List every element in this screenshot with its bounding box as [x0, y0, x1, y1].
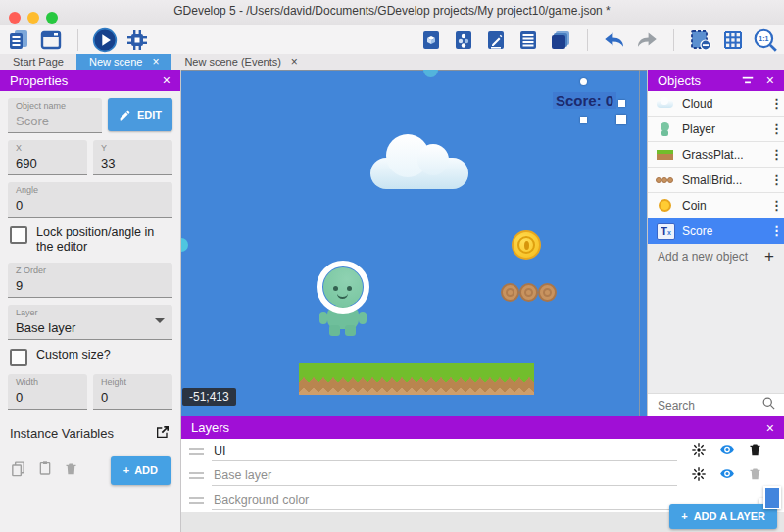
object-menu-icon[interactable]: ⋮ — [770, 125, 778, 133]
properties-panel: Properties × Object name Score EDIT X 69… — [0, 70, 181, 532]
object-groups-icon[interactable] — [451, 27, 476, 53]
lock-position-checkbox[interactable] — [10, 226, 27, 244]
redo-icon[interactable] — [634, 27, 660, 53]
scene-properties-icon[interactable] — [418, 27, 444, 53]
add-layer-button[interactable]: + ADD A LAYER — [669, 504, 777, 529]
plus-icon: + — [681, 510, 687, 522]
add-new-object-row[interactable]: Add a new object + — [648, 244, 784, 269]
object-name: Coin — [682, 199, 763, 213]
drag-handle-icon[interactable] — [189, 497, 204, 504]
object-row-score[interactable]: Tx Score ⋮ — [648, 218, 784, 244]
z-order-label: Z Order — [16, 266, 165, 276]
selection-handle[interactable] — [616, 115, 626, 124]
tab-new-scene-events[interactable]: New scene (Events) × — [172, 54, 310, 70]
x-position-field[interactable]: X 690 — [8, 140, 87, 175]
custom-size-label: Custom size? — [36, 348, 111, 363]
visibility-icon[interactable] — [718, 442, 736, 460]
toolbar-separator — [77, 29, 78, 51]
grass-platform-object[interactable] — [299, 363, 534, 395]
object-row-grassplatform[interactable]: GrassPlat... ⋮ — [648, 142, 784, 168]
debug-icon[interactable] — [124, 27, 150, 53]
small-bridge-object[interactable] — [501, 283, 557, 302]
edit-scene-icon[interactable] — [483, 27, 509, 53]
scrollbar-thumb-vertical[interactable] — [181, 238, 188, 252]
cloud-object[interactable] — [370, 132, 468, 189]
paste-icon[interactable] — [37, 460, 53, 480]
angle-field[interactable]: Angle 0 — [8, 182, 172, 218]
close-tab-icon[interactable]: × — [291, 56, 298, 68]
zoom-original-icon[interactable]: 1:1 — [753, 27, 778, 53]
selection-handle[interactable] — [580, 117, 587, 123]
undo-icon[interactable] — [602, 27, 627, 53]
properties-header: Properties × — [0, 70, 180, 91]
start-page-icon[interactable] — [38, 27, 64, 53]
object-menu-icon[interactable]: ⋮ — [770, 176, 778, 184]
object-name: Player — [682, 122, 763, 136]
effects-icon[interactable] — [691, 466, 707, 486]
object-row-player[interactable]: Player ⋮ — [648, 117, 784, 142]
layer-select[interactable]: Layer Base layer — [8, 305, 172, 340]
object-menu-icon[interactable]: ⋮ — [770, 202, 778, 210]
effects-icon[interactable] — [691, 442, 707, 461]
close-window-button[interactable] — [9, 12, 21, 24]
layer-row-ui[interactable]: UI — [181, 439, 784, 463]
object-row-smallbridge[interactable]: SmallBrid... ⋮ — [648, 168, 784, 193]
x-label: X — [16, 143, 79, 154]
delete-layer-icon[interactable] — [748, 442, 762, 460]
tab-label: New scene — [89, 56, 142, 68]
selection-handle[interactable] — [618, 100, 625, 107]
zoom-window-button[interactable] — [46, 12, 58, 24]
object-menu-icon[interactable]: ⋮ — [770, 151, 778, 159]
object-menu-icon[interactable]: ⋮ — [770, 100, 778, 108]
close-panel-icon[interactable]: × — [766, 73, 774, 88]
object-name-label: Object name — [16, 101, 94, 112]
instances-list-icon[interactable] — [515, 27, 541, 53]
play-preview-icon[interactable] — [92, 27, 118, 53]
layer-name-input[interactable]: UI — [212, 441, 677, 461]
scrollbar-thumb-horizontal[interactable] — [423, 70, 438, 77]
layers-toolbar-icon[interactable] — [548, 27, 573, 53]
open-in-new-icon[interactable] — [155, 424, 171, 443]
add-variable-button[interactable]: + ADD — [111, 456, 171, 485]
layer-name-input[interactable]: Base layer — [212, 465, 677, 486]
scene-canvas[interactable]: Score: 0 -51;413 — [181, 70, 647, 416]
drag-handle-icon[interactable] — [189, 448, 204, 455]
object-row-coin[interactable]: Coin ⋮ — [648, 193, 784, 218]
filter-icon[interactable] — [741, 73, 755, 88]
custom-size-checkbox[interactable] — [10, 349, 27, 366]
object-name: SmallBrid... — [682, 173, 763, 187]
object-menu-icon[interactable]: ⋮ — [770, 227, 778, 235]
object-name: Score — [682, 224, 763, 238]
grid-icon[interactable] — [720, 27, 746, 53]
layer-name-input: Background color — [212, 490, 745, 510]
height-field[interactable]: Height 0 — [93, 374, 172, 410]
z-order-field[interactable]: Z Order 9 — [8, 263, 172, 298]
deselect-instances-icon[interactable] — [688, 27, 713, 53]
close-tab-icon[interactable]: × — [152, 56, 159, 68]
delete-layer-icon[interactable] — [748, 466, 762, 485]
tab-new-scene[interactable]: New scene × — [76, 54, 172, 70]
minimize-window-button[interactable] — [27, 12, 39, 24]
width-field[interactable]: Width 0 — [8, 374, 87, 410]
selection-handle[interactable] — [580, 78, 587, 85]
layers-scrollbar-thumb[interactable] — [763, 486, 781, 509]
search-input[interactable] — [656, 398, 761, 413]
close-panel-icon[interactable]: × — [163, 73, 171, 88]
player-object[interactable] — [317, 261, 369, 337]
height-label: Height — [101, 377, 165, 388]
project-manager-icon[interactable] — [6, 27, 31, 53]
object-row-cloud[interactable]: Cloud ⋮ — [648, 91, 784, 117]
y-position-field[interactable]: Y 33 — [93, 140, 172, 175]
copy-icon[interactable] — [10, 460, 26, 481]
close-panel-icon[interactable]: × — [766, 420, 774, 436]
visibility-icon[interactable] — [718, 466, 736, 485]
object-name: GrassPlat... — [682, 148, 763, 162]
edit-object-button[interactable]: EDIT — [108, 98, 172, 131]
drag-handle-icon[interactable] — [189, 472, 204, 479]
coin-object[interactable] — [512, 230, 541, 260]
tab-start-page[interactable]: Start Page — [0, 54, 76, 70]
score-text-object[interactable]: Score: 0 — [553, 92, 616, 109]
layer-row-base[interactable]: Base layer — [181, 463, 784, 488]
trash-icon[interactable] — [64, 461, 78, 480]
height-value: 0 — [101, 390, 108, 405]
